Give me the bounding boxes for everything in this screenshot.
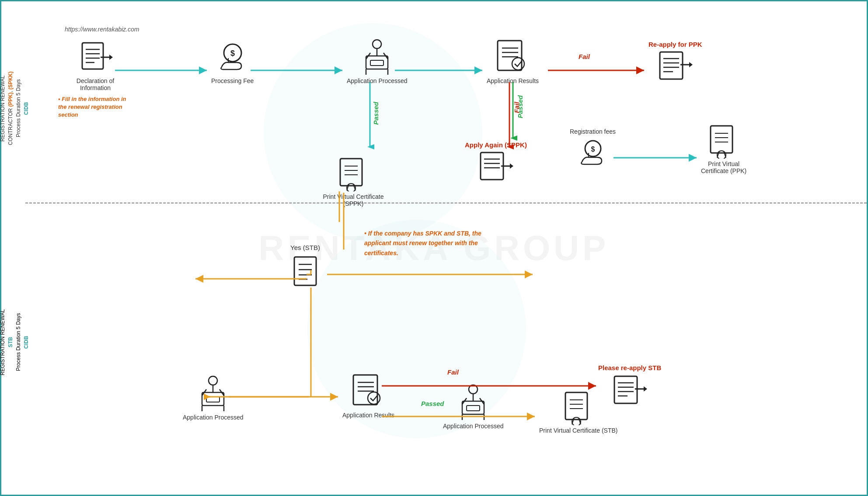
svg-rect-16	[370, 60, 383, 66]
please-reapply-stb-label: Please re-apply STB	[598, 364, 661, 371]
arrow-results-to-reapply	[548, 66, 648, 75]
print-ppk-label: Print VirtualCertificate (PPK)	[701, 160, 746, 174]
svg-point-86	[209, 376, 217, 385]
print-stb-icon	[561, 390, 596, 425]
passed-label-bottom: Passed	[421, 400, 444, 408]
svg-rect-80	[467, 406, 480, 411]
arrow-results-to-print-stb	[382, 412, 539, 421]
arrow-processed-to-results	[395, 66, 487, 75]
declaration-bullet: • Fill in the information in the renewal…	[58, 95, 132, 118]
section-divider	[25, 202, 867, 204]
sidebar-bottom-text: REGISTRATION RENEWALSTBProcess Duration …	[0, 309, 30, 375]
bottom-bullet-text: • If the company has SPKK and STB, the a…	[364, 230, 481, 257]
fail-label-bottom: Fail	[447, 368, 459, 376]
declaration-icon-box: Declaration of Information • Fill in the…	[58, 41, 132, 118]
arrow-results-down-passed	[509, 82, 517, 141]
reapply-ppk-icon-box: Re-apply for PPK	[648, 41, 702, 81]
svg-rect-40	[340, 159, 362, 186]
passed-label-right: Passed	[516, 95, 524, 118]
svg-marker-54	[510, 163, 513, 169]
declaration-icon	[78, 41, 113, 76]
svg-rect-15	[366, 56, 388, 69]
yes-stb-label: Yes (STB)	[290, 244, 320, 251]
arrow-regfees-to-printppk	[614, 153, 701, 162]
arrow-yesstb-to-appprocessed-bottom	[327, 270, 537, 279]
svg-text:$: $	[591, 146, 595, 153]
processing-fee-icon-box: $ Processing Fee	[211, 41, 254, 84]
svg-rect-0	[82, 43, 103, 69]
reapply-ppk-label: Re-apply for PPK	[648, 41, 702, 48]
print-stb-icon-box: Print Virtual Certificate (STB)	[539, 390, 617, 434]
main-container: RENTAKA GROUP REGISTRATION RENEWALCONTRA…	[0, 0, 868, 496]
app-results-top-icon-box: Application Results	[487, 38, 539, 84]
app-results-bottom-icon	[350, 373, 387, 410]
apply-again-sppk-icon-box: Apply Again (SPPK)	[465, 141, 527, 184]
registration-fees-label: Registration fees	[570, 128, 616, 135]
arrow-right-tip-appprocessed	[204, 392, 213, 401]
svg-rect-31	[660, 52, 683, 79]
svg-point-28	[512, 58, 524, 70]
apply-again-sppk-label: Apply Again (SPPK)	[465, 141, 527, 149]
arrow-corner-to-yesstb	[194, 274, 310, 283]
app-processed-bottom-label2: Application Processed	[183, 414, 244, 421]
sidebar-label-top: REGISTRATION RENEWALCONTRACTOR (PPK), (S…	[3, 14, 25, 202]
print-ppk-icon-box: Print VirtualCertificate (PPK)	[701, 124, 746, 174]
arrow-to-yes-stb-vertical	[339, 193, 348, 250]
arrow-yesstb-right-to-appprocessed	[204, 392, 313, 401]
print-sppk-icon-box: Print Virtual Certificate (SPPK)	[316, 156, 390, 207]
app-processed-bottom-label: Application Processed	[443, 423, 504, 430]
print-ppk-icon	[706, 124, 741, 159]
svg-rect-103	[614, 376, 637, 403]
yes-stb-icon	[290, 255, 321, 290]
registration-fees-icon-box: Registration fees $	[570, 128, 616, 170]
sidebar-top-text: REGISTRATION RENEWALCONTRACTOR (PPK), (S…	[0, 72, 30, 145]
declaration-label: Declaration of Information	[65, 77, 126, 91]
app-processed-top-icon	[357, 36, 397, 76]
svg-marker-109	[644, 386, 647, 392]
app-processed-top-label: Application Processed	[347, 77, 408, 84]
bottom-bullet-box: • If the company has SPKK and STB, the a…	[364, 229, 495, 258]
processing-fee-icon: $	[215, 41, 250, 76]
arrow-yesstb-down	[307, 288, 315, 397]
url-label: https://www.rentakabiz.com	[65, 25, 139, 33]
apply-again-icon	[478, 151, 513, 184]
app-results-top-icon	[494, 38, 531, 76]
svg-point-14	[373, 40, 381, 49]
print-sppk-label: Print Virtual Certificate (SPPK)	[316, 193, 390, 207]
svg-point-100	[368, 392, 380, 404]
print-stb-label: Print Virtual Certificate (STB)	[539, 427, 617, 434]
svg-rect-62	[711, 126, 732, 153]
svg-marker-6	[109, 55, 113, 60]
reapply-ppk-icon	[658, 51, 693, 81]
svg-marker-37	[689, 62, 693, 67]
print-sppk-icon	[336, 156, 371, 191]
svg-rect-49	[481, 153, 503, 180]
processing-fee-label: Processing Fee	[211, 77, 254, 84]
svg-text:$: $	[230, 49, 235, 58]
arrow-decl-to-fee	[115, 66, 211, 75]
registration-fees-icon: $	[575, 138, 610, 170]
app-processed-top-icon-box: Application Processed	[347, 36, 408, 84]
fail-label-top-right: Fail	[579, 53, 590, 61]
passed-label-left: Passed	[372, 102, 380, 125]
arrow-results-to-reapply-stb	[382, 382, 600, 390]
sidebar-label-bottom: REGISTRATION RENEWALSTBProcess Duration …	[3, 215, 25, 469]
arrow-fee-to-processed	[251, 66, 347, 75]
svg-rect-112	[565, 392, 587, 420]
